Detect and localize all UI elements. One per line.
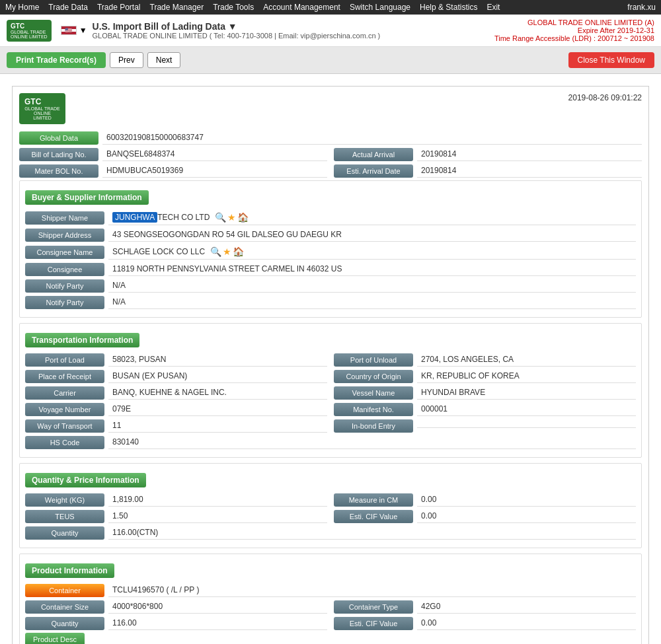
transportation-header: Transportation Information (25, 333, 139, 347)
shipper-address-value: 43 SEONGSEOGONGDAN RO 54 GIL DALSEO GU D… (108, 228, 636, 242)
flag-dropdown-icon[interactable]: ▼ (79, 26, 87, 35)
nav-trade-data[interactable]: Trade Data (48, 3, 88, 12)
port-load-value: 58023, PUSAN (108, 353, 327, 367)
header-right: GLOBAL TRADE ONLINE LIMITED (A) Expire A… (494, 18, 654, 42)
quantity-row: Quantity 116.00(CTN) (25, 526, 636, 540)
notify-party2-value: N/A (108, 295, 636, 309)
record-logo-sub: GLOBAL TRADE ONLINE LIMITED (24, 106, 60, 120)
consignee-search-icon[interactable]: 🔍 (210, 246, 221, 257)
next-button-top[interactable]: Next (147, 52, 181, 68)
record-logo: GTC GLOBAL TRADE ONLINE LIMITED (19, 93, 65, 124)
record-container: GTC GLOBAL TRADE ONLINE LIMITED 2019-08-… (12, 86, 649, 644)
account-name: GLOBAL TRADE ONLINE LIMITED (A) (494, 18, 654, 26)
country-origin-value: KR, REPUBLIC OF KOREA (417, 369, 636, 383)
weight-label: Weight (KG) (25, 493, 104, 507)
esti-arrival-pair: Esti. Arrival Date 20190814 (334, 164, 642, 178)
esti-arrival-value: 20190814 (417, 164, 642, 178)
container-size-pair: Container Size 4000*806*800 (25, 600, 327, 614)
global-data-value: 6003201908150000683747 (102, 131, 642, 145)
logo-text: GTC (11, 22, 48, 30)
top-navigation: My Home Trade Data Trade Portal Trade Ma… (0, 0, 661, 15)
weight-value: 1,819.00 (108, 493, 327, 507)
close-button-top[interactable]: Close This Window (568, 52, 654, 68)
shipper-search-icon[interactable]: 🔍 (215, 212, 226, 223)
hs-code-value: 830140 (108, 435, 636, 449)
nav-exit[interactable]: Exit (486, 3, 500, 12)
consignee-row: Consignee 11819 NORTH PENNSYLVANIA STREE… (25, 262, 636, 276)
time-range: Time Range Accessible (LDR) : 200712 ~ 2… (494, 34, 654, 42)
print-button-top[interactable]: Print Trade Record(s) (7, 52, 106, 68)
nav-trade-tools[interactable]: Trade Tools (213, 3, 254, 12)
port-unload-label: Port of Unload (334, 353, 413, 367)
carrier-label: Carrier (25, 386, 104, 400)
shipper-name-value: JUNGHWA TECH CO LTD 🔍 ★ 🏠 (108, 210, 636, 225)
esti-cif-pair: Esti. CIF Value 0.00 (334, 509, 636, 523)
country-origin-label: Country of Origin (334, 370, 413, 383)
quantity-price-header: Quantity & Price Information (25, 473, 146, 487)
receipt-origin-row: Place of Receipt BUSAN (EX PUSAN) Countr… (25, 369, 636, 383)
nav-account-management[interactable]: Account Management (263, 3, 340, 12)
main-content: GTC GLOBAL TRADE ONLINE LIMITED 2019-08-… (0, 74, 661, 644)
bol-arrival-row: Bill of Lading No. BANQSEL6848374 Actual… (19, 147, 642, 161)
header-center: U.S. Import Bill of Lading Data ▼ GLOBAL… (93, 21, 494, 40)
consignee-home-icon[interactable]: 🏠 (233, 246, 244, 257)
container-value: TCLU4196570 ( /L / PP ) (108, 583, 636, 597)
shipper-name-highlight: JUNGHWA (112, 212, 157, 223)
mbol-esti-row: Mater BOL No. HDMUBUCA5019369 Esti. Arri… (19, 164, 642, 178)
teus-value: 1.50 (108, 509, 327, 523)
voyage-number-value: 079E (108, 402, 327, 416)
action-bar-left: Print Trade Record(s) Prev Next (7, 52, 180, 68)
notify-party2-label: Notify Party (25, 296, 104, 309)
vessel-name-pair: Vessel Name HYUNDAI BRAVE (334, 386, 636, 400)
product-cif-label: Esti. CIF Value (334, 617, 413, 630)
shipper-name-icons: 🔍 ★ 🏠 (212, 212, 249, 223)
place-receipt-value: BUSAN (EX PUSAN) (108, 369, 327, 383)
esti-arrival-label: Esti. Arrival Date (334, 164, 413, 178)
place-receipt-label: Place of Receipt (25, 370, 104, 383)
voyage-pair: Voyage Number 079E (25, 402, 327, 416)
esti-cif-value: 0.00 (417, 509, 636, 523)
container-size-type-row: Container Size 4000*806*800 Container Ty… (25, 600, 636, 614)
product-quantity-label: Quantity (25, 617, 104, 630)
product-info-header: Product Information (25, 563, 114, 578)
weight-measure-row: Weight (KG) 1,819.00 Measure in CM 0.00 (25, 493, 636, 507)
carrier-pair: Carrier BANQ, KUEHNE & NAGEL INC. (25, 386, 327, 400)
way-transport-value: 11 (108, 419, 327, 433)
nav-switch-language[interactable]: Switch Language (350, 3, 410, 12)
ports-row: Port of Load 58023, PUSAN Port of Unload… (25, 353, 636, 367)
nav-trade-portal[interactable]: Trade Portal (97, 3, 141, 12)
way-inbond-row: Way of Transport 11 In-bond Entry (25, 419, 636, 433)
shipper-home-icon[interactable]: 🏠 (237, 212, 249, 223)
consignee-value: 11819 NORTH PENNSYLVANIA STREET CARMEL I… (108, 262, 636, 276)
logo-container: GTC GLOBAL TRADEONLINE LIMITED (7, 20, 52, 42)
shipper-star-icon[interactable]: ★ (227, 212, 236, 223)
consignee-star-icon[interactable]: ★ (223, 246, 231, 257)
transportation-section: Transportation Information Port of Load … (19, 323, 642, 458)
record-logo-box: GTC GLOBAL TRADE ONLINE LIMITED (19, 93, 65, 124)
header-email: Email: vip@pierschina.com.cn (278, 32, 376, 40)
consignee-name-label: Consignee Name (25, 246, 104, 259)
mbol-value: HDMUBUCA5019369 (102, 164, 327, 178)
nav-user: frank.xu (627, 3, 656, 12)
shipper-name-label: Shipper Name (25, 211, 104, 225)
nav-my-home[interactable]: My Home (5, 3, 39, 12)
measure-cm-value: 0.00 (417, 493, 636, 507)
consignee-name-icons: 🔍 ★ 🏠 (208, 246, 244, 257)
notify-party1-row: Notify Party N/A (25, 279, 636, 293)
record-logo-text: GTC (24, 97, 60, 106)
product-qty-cif-row: Quantity 116.00 Esti. CIF Value 0.00 (25, 616, 636, 630)
product-cif-pair: Esti. CIF Value 0.00 (334, 616, 636, 630)
consignee-name-row: Consignee Name SCHLAGE LOCK CO LLC 🔍 ★ 🏠 (25, 244, 636, 260)
in-bond-pair: In-bond Entry (334, 419, 636, 433)
in-bond-label: In-bond Entry (334, 419, 413, 433)
hs-code-row: HS Code 830140 (25, 435, 636, 449)
header-close-paren: ) (378, 32, 381, 40)
nav-help-statistics[interactable]: Help & Statistics (420, 3, 477, 12)
weight-pair: Weight (KG) 1,819.00 (25, 493, 327, 507)
quantity-value: 116.00(CTN) (108, 526, 636, 540)
teus-pair: TEUS 1.50 (25, 509, 327, 523)
prev-button-top[interactable]: Prev (110, 52, 143, 68)
nav-trade-manager[interactable]: Trade Manager (150, 3, 204, 12)
shipper-address-label: Shipper Address (25, 229, 104, 242)
shipper-name-rest: TECH CO LTD (157, 213, 210, 222)
